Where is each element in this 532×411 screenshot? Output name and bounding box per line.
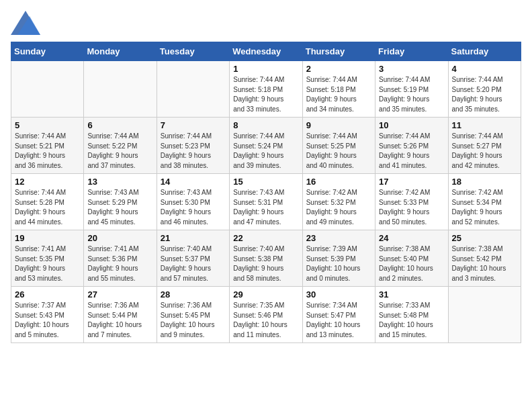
- day-number: 2: [306, 64, 371, 74]
- calendar-cell: 23Sunrise: 7:39 AM Sunset: 5:39 PM Dayli…: [302, 230, 375, 287]
- day-info: Sunrise: 7:36 AM Sunset: 5:45 PM Dayligh…: [161, 301, 226, 340]
- day-number: 20: [87, 233, 152, 243]
- calendar-cell: 27Sunrise: 7:36 AM Sunset: 5:44 PM Dayli…: [84, 287, 157, 343]
- day-number: 17: [379, 177, 444, 187]
- day-number: 5: [15, 120, 80, 130]
- calendar-week-row: 12Sunrise: 7:44 AM Sunset: 5:28 PM Dayli…: [11, 174, 521, 230]
- day-info: Sunrise: 7:44 AM Sunset: 5:20 PM Dayligh…: [452, 75, 517, 114]
- calendar-cell: 29Sunrise: 7:35 AM Sunset: 5:46 PM Dayli…: [230, 287, 302, 343]
- day-of-week-header: Thursday: [302, 42, 375, 61]
- calendar-table: SundayMondayTuesdayWednesdayThursdayFrid…: [11, 42, 521, 343]
- calendar-cell: 22Sunrise: 7:40 AM Sunset: 5:38 PM Dayli…: [230, 230, 302, 287]
- day-number: 30: [306, 289, 371, 300]
- calendar-cell: 25Sunrise: 7:38 AM Sunset: 5:42 PM Dayli…: [448, 230, 521, 287]
- calendar-cell: 13Sunrise: 7:43 AM Sunset: 5:29 PM Dayli…: [84, 174, 157, 230]
- day-number: 1: [233, 64, 298, 74]
- day-info: Sunrise: 7:44 AM Sunset: 5:25 PM Dayligh…: [306, 132, 371, 171]
- day-info: Sunrise: 7:44 AM Sunset: 5:24 PM Dayligh…: [233, 132, 298, 171]
- day-info: Sunrise: 7:42 AM Sunset: 5:34 PM Dayligh…: [452, 188, 517, 227]
- calendar-cell: 11Sunrise: 7:44 AM Sunset: 5:27 PM Dayli…: [448, 118, 521, 174]
- day-info: Sunrise: 7:41 AM Sunset: 5:35 PM Dayligh…: [15, 244, 80, 283]
- day-number: 8: [233, 120, 298, 130]
- calendar-week-row: 5Sunrise: 7:44 AM Sunset: 5:21 PM Daylig…: [11, 118, 521, 174]
- logo-icon: [11, 11, 40, 35]
- day-info: Sunrise: 7:44 AM Sunset: 5:23 PM Dayligh…: [161, 132, 226, 171]
- calendar-cell: 3Sunrise: 7:44 AM Sunset: 5:19 PM Daylig…: [375, 61, 448, 118]
- calendar-cell: 4Sunrise: 7:44 AM Sunset: 5:20 PM Daylig…: [448, 61, 521, 118]
- calendar-cell: 14Sunrise: 7:43 AM Sunset: 5:30 PM Dayli…: [157, 174, 229, 230]
- day-number: 23: [306, 233, 371, 243]
- calendar-cell: [157, 61, 229, 118]
- day-number: 21: [161, 233, 226, 243]
- calendar-cell: 8Sunrise: 7:44 AM Sunset: 5:24 PM Daylig…: [230, 118, 302, 174]
- calendar-cell: [84, 61, 157, 118]
- calendar-cell: 10Sunrise: 7:44 AM Sunset: 5:26 PM Dayli…: [375, 118, 448, 174]
- day-info: Sunrise: 7:36 AM Sunset: 5:44 PM Dayligh…: [87, 301, 152, 340]
- calendar-week-row: 19Sunrise: 7:41 AM Sunset: 5:35 PM Dayli…: [11, 230, 521, 287]
- day-number: 6: [87, 120, 152, 130]
- day-number: 18: [452, 177, 517, 187]
- day-info: Sunrise: 7:40 AM Sunset: 5:38 PM Dayligh…: [233, 244, 298, 283]
- day-info: Sunrise: 7:44 AM Sunset: 5:19 PM Dayligh…: [379, 75, 444, 114]
- day-info: Sunrise: 7:39 AM Sunset: 5:39 PM Dayligh…: [306, 244, 371, 283]
- day-info: Sunrise: 7:35 AM Sunset: 5:46 PM Dayligh…: [233, 301, 298, 340]
- calendar-cell: 20Sunrise: 7:41 AM Sunset: 5:36 PM Dayli…: [84, 230, 157, 287]
- day-number: 26: [15, 289, 80, 300]
- day-number: 24: [379, 233, 444, 243]
- day-number: 13: [87, 177, 152, 187]
- day-number: 7: [161, 120, 226, 130]
- day-number: 11: [452, 120, 517, 130]
- day-number: 25: [452, 233, 517, 243]
- day-info: Sunrise: 7:42 AM Sunset: 5:33 PM Dayligh…: [379, 188, 444, 227]
- calendar-cell: 7Sunrise: 7:44 AM Sunset: 5:23 PM Daylig…: [157, 118, 229, 174]
- calendar-week-row: 26Sunrise: 7:37 AM Sunset: 5:43 PM Dayli…: [11, 287, 521, 343]
- calendar-week-row: 1Sunrise: 7:44 AM Sunset: 5:18 PM Daylig…: [11, 61, 521, 118]
- calendar-cell: 24Sunrise: 7:38 AM Sunset: 5:40 PM Dayli…: [375, 230, 448, 287]
- calendar-cell: 30Sunrise: 7:34 AM Sunset: 5:47 PM Dayli…: [302, 287, 375, 343]
- day-info: Sunrise: 7:43 AM Sunset: 5:31 PM Dayligh…: [233, 188, 298, 227]
- logo: [11, 11, 44, 35]
- day-info: Sunrise: 7:40 AM Sunset: 5:37 PM Dayligh…: [161, 244, 226, 283]
- day-info: Sunrise: 7:44 AM Sunset: 5:28 PM Dayligh…: [15, 188, 80, 227]
- calendar-cell: 12Sunrise: 7:44 AM Sunset: 5:28 PM Dayli…: [11, 174, 84, 230]
- day-number: 14: [161, 177, 226, 187]
- calendar-cell: 17Sunrise: 7:42 AM Sunset: 5:33 PM Dayli…: [375, 174, 448, 230]
- calendar-cell: 31Sunrise: 7:33 AM Sunset: 5:48 PM Dayli…: [375, 287, 448, 343]
- day-number: 31: [379, 289, 444, 300]
- calendar-header-row: SundayMondayTuesdayWednesdayThursdayFrid…: [11, 42, 521, 61]
- day-info: Sunrise: 7:44 AM Sunset: 5:22 PM Dayligh…: [87, 132, 152, 171]
- day-info: Sunrise: 7:44 AM Sunset: 5:27 PM Dayligh…: [452, 132, 517, 171]
- day-info: Sunrise: 7:37 AM Sunset: 5:43 PM Dayligh…: [15, 301, 80, 340]
- calendar-cell: 19Sunrise: 7:41 AM Sunset: 5:35 PM Dayli…: [11, 230, 84, 287]
- day-number: 27: [87, 289, 152, 300]
- calendar-cell: 18Sunrise: 7:42 AM Sunset: 5:34 PM Dayli…: [448, 174, 521, 230]
- day-of-week-header: Tuesday: [157, 42, 229, 61]
- calendar-cell: 16Sunrise: 7:42 AM Sunset: 5:32 PM Dayli…: [302, 174, 375, 230]
- day-info: Sunrise: 7:43 AM Sunset: 5:29 PM Dayligh…: [87, 188, 152, 227]
- calendar-cell: 6Sunrise: 7:44 AM Sunset: 5:22 PM Daylig…: [84, 118, 157, 174]
- calendar-cell: 1Sunrise: 7:44 AM Sunset: 5:18 PM Daylig…: [230, 61, 302, 118]
- day-of-week-header: Friday: [375, 42, 448, 61]
- calendar-cell: [11, 61, 84, 118]
- day-info: Sunrise: 7:43 AM Sunset: 5:30 PM Dayligh…: [161, 188, 226, 227]
- calendar-cell: 21Sunrise: 7:40 AM Sunset: 5:37 PM Dayli…: [157, 230, 229, 287]
- day-number: 19: [15, 233, 80, 243]
- calendar-cell: 2Sunrise: 7:44 AM Sunset: 5:18 PM Daylig…: [302, 61, 375, 118]
- day-number: 16: [306, 177, 371, 187]
- day-info: Sunrise: 7:38 AM Sunset: 5:40 PM Dayligh…: [379, 244, 444, 283]
- day-info: Sunrise: 7:44 AM Sunset: 5:21 PM Dayligh…: [15, 132, 80, 171]
- day-info: Sunrise: 7:44 AM Sunset: 5:18 PM Dayligh…: [233, 75, 298, 114]
- day-info: Sunrise: 7:42 AM Sunset: 5:32 PM Dayligh…: [306, 188, 371, 227]
- day-info: Sunrise: 7:41 AM Sunset: 5:36 PM Dayligh…: [87, 244, 152, 283]
- day-number: 22: [233, 233, 298, 243]
- day-info: Sunrise: 7:44 AM Sunset: 5:18 PM Dayligh…: [306, 75, 371, 114]
- day-number: 9: [306, 120, 371, 130]
- calendar-cell: 26Sunrise: 7:37 AM Sunset: 5:43 PM Dayli…: [11, 287, 84, 343]
- calendar-cell: [448, 287, 521, 343]
- day-of-week-header: Wednesday: [230, 42, 302, 61]
- calendar-cell: 9Sunrise: 7:44 AM Sunset: 5:25 PM Daylig…: [302, 118, 375, 174]
- day-number: 4: [452, 64, 517, 74]
- day-info: Sunrise: 7:33 AM Sunset: 5:48 PM Dayligh…: [379, 301, 444, 340]
- day-number: 29: [233, 289, 298, 300]
- day-of-week-header: Sunday: [11, 42, 84, 61]
